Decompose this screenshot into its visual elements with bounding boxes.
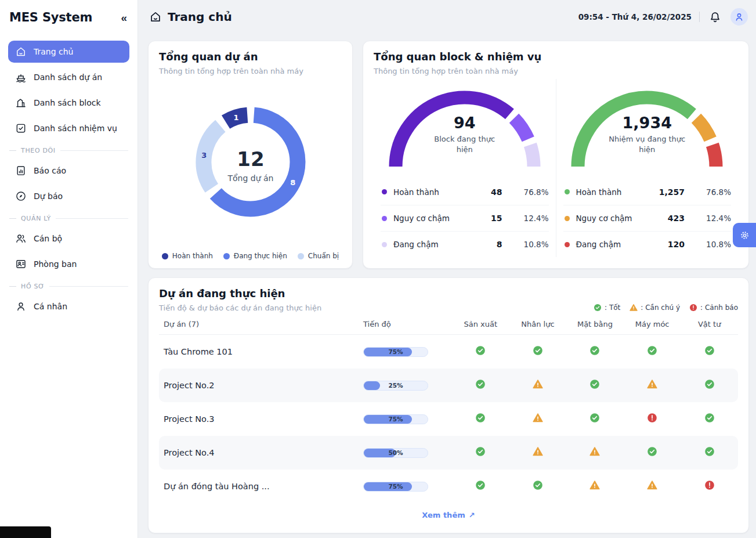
home-icon [15, 46, 27, 57]
progress-cell: 75% [359, 482, 452, 492]
svg-text:1: 1 [233, 113, 238, 122]
status-cell [509, 413, 567, 425]
progress-cell: 75% [359, 414, 452, 424]
report-icon [15, 165, 27, 176]
status-good-icon [475, 480, 486, 490]
status-good-icon [589, 345, 600, 356]
sidebar-item-label: Báo cáo [34, 166, 66, 175]
sidebar-item-label: Danh sách block [34, 98, 101, 107]
settings-fab[interactable] [733, 223, 756, 247]
status-good-icon [704, 446, 715, 457]
status-good-icon [589, 379, 600, 389]
sidebar-item-label: Danh sách nhiệm vụ [34, 124, 117, 133]
status-cell [624, 413, 681, 425]
sidebar-item-forecast[interactable]: Dự báo [8, 185, 129, 207]
sidebar-section-monitoring: THEO DÕI [9, 147, 128, 154]
sidebar-item-label: Cán bộ [34, 234, 62, 243]
progress-cell: 50% [359, 448, 452, 458]
external-link-icon: ↗ [469, 511, 475, 519]
status-cell [566, 345, 624, 358]
status-cell [681, 345, 738, 358]
status-warn-icon [533, 413, 543, 423]
sidebar-item-reports[interactable]: Báo cáo [8, 160, 129, 182]
task-count: 1,934 [609, 114, 685, 132]
status-good-icon [704, 345, 715, 356]
gauge-center-text: 94 Block đang thực hiện [426, 114, 503, 154]
sidebar-collapse-button[interactable]: « [121, 12, 127, 23]
user-avatar[interactable] [730, 8, 748, 26]
table-row[interactable]: Dự án đóng tàu Hoàng ... 75% [159, 470, 738, 503]
projects-table-card: Dự án đang thực hiện Tiến độ & dự báo cá… [148, 277, 749, 533]
home-icon [149, 10, 162, 23]
sidebar-item-label: Danh sách dự án [34, 73, 102, 82]
block-count: 94 [426, 114, 503, 132]
table-row[interactable]: Project No.4 50% [159, 436, 738, 470]
progress-bar: 75% [363, 414, 428, 424]
projects-table: Dự án (7)Tiến độSản xuấtNhân lựcMặt bằng… [159, 320, 738, 503]
sidebar-section-management: QUẢN LÝ [9, 215, 128, 222]
card-subtitle: Thông tin tổng hợp trên toàn nhà máy [159, 67, 342, 75]
sidebar-item-label: Cá nhân [34, 302, 67, 311]
status-good-icon [594, 304, 602, 312]
status-good-icon [475, 379, 486, 389]
status-cell [566, 379, 624, 392]
compass-icon [15, 190, 27, 202]
sidebar-section-profile: HỒ SƠ [9, 283, 128, 290]
card-subtitle: Tiến độ & dự báo các dự án đang thực hiệ… [159, 304, 321, 312]
status-legend-item: : Cảnh báo [689, 304, 738, 312]
status-warn-icon [533, 379, 543, 389]
status-cell [509, 345, 567, 358]
datetime: 09:54 - Thứ 4, 26/02/2025 [578, 12, 692, 21]
sidebar-item-home[interactable]: Trang chủ [8, 41, 129, 63]
project-name-cell: Project No.2 [159, 381, 359, 390]
card-title: Tổng quan dự án [159, 50, 342, 63]
status-legend: : Tốt: Cần chú ý: Cảnh báo [594, 304, 738, 312]
status-alert-icon [704, 480, 715, 490]
table-row[interactable]: Project No.2 25% [159, 369, 738, 402]
status-cell [509, 379, 567, 392]
notifications-button[interactable] [707, 9, 723, 25]
status-cell [624, 345, 681, 358]
status-alert-icon [689, 304, 697, 312]
app-title: MES System [9, 10, 92, 24]
column-header: Nhân lực [509, 320, 567, 328]
gear-icon [739, 230, 750, 241]
status-cell [681, 480, 738, 493]
table-row[interactable]: Project No.3 75% [159, 402, 738, 436]
svg-text:8: 8 [290, 178, 295, 187]
sidebar-item-blocks[interactable]: Danh sách block [8, 92, 129, 114]
status-warn-icon [589, 480, 600, 490]
sidebar-item-label: Trang chủ [34, 47, 73, 56]
card-title: Tổng quan block & nhiệm vụ [374, 50, 738, 63]
bell-icon [708, 10, 722, 24]
block-count-label: Block đang thực hiện [426, 134, 503, 154]
sidebar-item-tasks[interactable]: Danh sách nhiệm vụ [8, 117, 129, 139]
project-name-cell: Project No.4 [159, 448, 359, 457]
status-cell [681, 379, 738, 392]
status-warn-icon [589, 446, 600, 457]
task-legend-rows: Hoàn thành 1,257 76.8% Nguy cơ chậm 423 … [563, 179, 732, 257]
sidebar-item-departments[interactable]: Phòng ban [8, 253, 129, 275]
sidebar-item-personal[interactable]: Cá nhân [8, 295, 129, 317]
see-more-link[interactable]: Xem thêm ↗ [159, 503, 738, 523]
browser-status-bubble [0, 526, 51, 538]
status-cell [681, 446, 738, 459]
table-header-row: Dự án (7)Tiến độSản xuấtNhân lựcMặt bằng… [159, 320, 738, 335]
status-good-icon [475, 446, 486, 457]
sidebar-item-projects[interactable]: Danh sách dự án [8, 66, 129, 88]
status-good-icon [647, 345, 657, 356]
sidebar-item-staff[interactable]: Cán bộ [8, 228, 129, 250]
table-row[interactable]: Tàu Chrome 101 75% [159, 335, 738, 369]
status-cell [566, 446, 624, 459]
table-body: Tàu Chrome 101 75% Project No.2 25% Proj… [159, 335, 738, 503]
task-gauge-panel: 1,934 Nhiệm vụ đang thực hiện Hoàn thành… [556, 79, 739, 257]
status-good-icon [533, 345, 543, 356]
status-cell [681, 413, 738, 425]
column-header: Mặt bằng [566, 320, 624, 328]
svg-text:12: 12 [237, 147, 264, 171]
status-cell [452, 480, 509, 493]
divider [699, 12, 700, 22]
progress-bar: 75% [363, 347, 428, 357]
user-icon [15, 301, 27, 312]
status-alert-icon [647, 413, 657, 423]
